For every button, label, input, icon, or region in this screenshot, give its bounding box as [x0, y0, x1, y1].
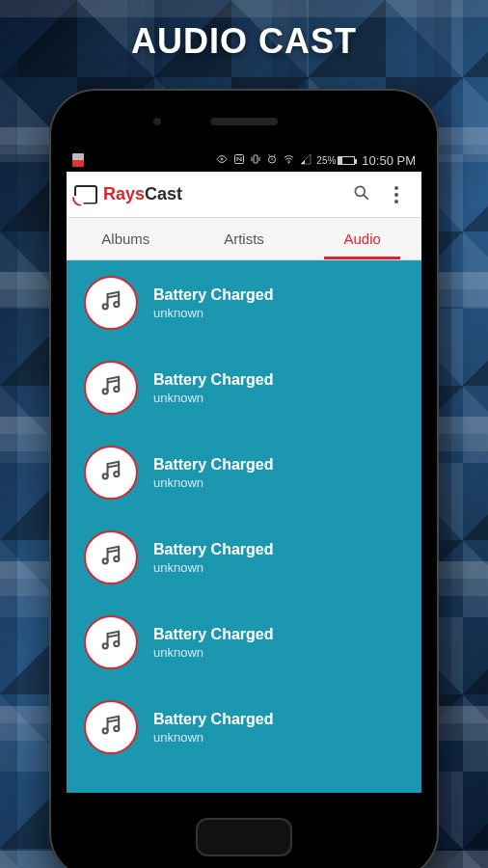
eye-icon — [215, 153, 229, 168]
item-text: Battery Charged unknown — [153, 711, 273, 745]
audio-thumbnail — [84, 361, 138, 415]
svg-point-6 — [103, 304, 108, 309]
item-text: Battery Charged unknown — [153, 286, 273, 320]
no-sim-icon — [72, 153, 84, 167]
svg-point-8 — [103, 389, 108, 393]
svg-point-5 — [355, 186, 365, 196]
audio-thumbnail — [84, 276, 138, 330]
item-text: Battery Charged unknown — [153, 541, 273, 575]
item-title: Battery Charged — [153, 626, 273, 643]
item-title: Battery Charged — [153, 286, 273, 304]
brand-suffix: Cast — [145, 184, 182, 203]
tab-label: Artists — [224, 231, 264, 247]
signal-icon — [300, 153, 312, 168]
item-subtitle: unknown — [153, 730, 273, 745]
item-text: Battery Charged unknown — [153, 456, 273, 490]
item-title: Battery Charged — [153, 711, 273, 728]
item-subtitle: unknown — [153, 475, 273, 490]
phone-screen: 25% 10:50 PM RaysCast Al — [67, 149, 421, 793]
svg-point-4 — [288, 162, 289, 163]
phone-sensor — [153, 118, 161, 125]
tab-artists[interactable]: Artists — [185, 218, 304, 259]
cast-icon — [74, 185, 97, 204]
tab-audio[interactable]: Audio — [303, 218, 421, 259]
music-note-icon — [97, 542, 124, 573]
list-item[interactable]: Battery Charged unknown — [67, 345, 421, 430]
search-button[interactable] — [344, 177, 379, 212]
phone-speaker — [210, 118, 278, 125]
audio-thumbnail — [84, 446, 138, 500]
item-subtitle: unknown — [153, 306, 273, 320]
promo-title: AUDIO CAST — [0, 21, 488, 62]
vibrate-icon — [250, 153, 261, 168]
item-subtitle: unknown — [153, 560, 273, 575]
audio-list[interactable]: Battery Charged unknown Battery Charged … — [67, 260, 421, 793]
alarm-icon — [266, 153, 278, 168]
tab-bar: Albums Artists Audio — [67, 218, 421, 260]
search-icon — [352, 183, 371, 206]
nfc-icon — [233, 153, 245, 168]
app-logo[interactable]: RaysCast — [74, 184, 182, 204]
music-note-icon — [97, 712, 124, 743]
item-text: Battery Charged unknown — [153, 626, 273, 660]
list-item[interactable]: Battery Charged unknown — [67, 600, 421, 685]
tab-label: Albums — [101, 231, 149, 247]
more-vert-icon — [394, 186, 398, 203]
status-bar: 25% 10:50 PM — [67, 149, 421, 172]
svg-point-9 — [114, 387, 119, 392]
item-title: Battery Charged — [153, 541, 273, 558]
item-title: Battery Charged — [153, 456, 273, 474]
svg-point-17 — [114, 726, 119, 731]
item-text: Battery Charged unknown — [153, 371, 273, 405]
brand-prefix: Rays — [103, 184, 145, 203]
tab-label: Audio — [343, 231, 380, 247]
list-item[interactable]: Battery Charged unknown — [67, 685, 421, 770]
svg-point-11 — [114, 472, 119, 476]
svg-point-13 — [114, 556, 119, 561]
wifi-icon — [283, 153, 295, 168]
battery-indicator: 25% — [316, 155, 355, 166]
svg-rect-2 — [254, 155, 258, 163]
svg-point-7 — [114, 302, 119, 307]
list-item[interactable]: Battery Charged unknown — [67, 430, 421, 515]
audio-thumbnail — [84, 530, 138, 584]
item-title: Battery Charged — [153, 371, 273, 389]
audio-thumbnail — [84, 615, 138, 669]
svg-point-16 — [103, 728, 108, 733]
overflow-menu-button[interactable] — [379, 177, 414, 212]
app-header: RaysCast — [67, 172, 421, 218]
clock: 10:50 PM — [362, 153, 416, 168]
svg-point-15 — [114, 641, 119, 646]
home-button[interactable] — [196, 818, 292, 856]
item-subtitle: unknown — [153, 391, 273, 405]
music-note-icon — [97, 627, 124, 658]
tab-albums[interactable]: Albums — [67, 218, 185, 259]
audio-thumbnail — [84, 700, 138, 754]
music-note-icon — [97, 372, 124, 403]
music-note-icon — [97, 457, 124, 488]
svg-point-0 — [221, 158, 223, 160]
list-item[interactable]: Battery Charged unknown — [67, 260, 421, 345]
list-item[interactable]: Battery Charged unknown — [67, 515, 421, 600]
battery-pct: 25% — [316, 155, 336, 166]
item-subtitle: unknown — [153, 645, 273, 660]
phone-frame: 25% 10:50 PM RaysCast Al — [49, 89, 439, 868]
svg-point-10 — [103, 474, 108, 478]
music-note-icon — [97, 287, 124, 318]
svg-point-12 — [103, 558, 108, 563]
svg-point-14 — [103, 643, 108, 648]
